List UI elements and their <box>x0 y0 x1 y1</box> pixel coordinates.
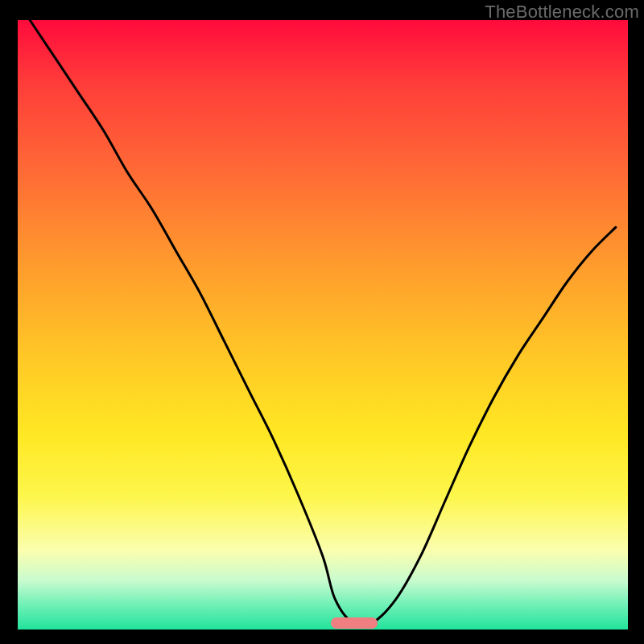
chart-root: TheBottleneck.com <box>0 0 644 644</box>
bottleneck-curve <box>0 0 644 644</box>
bottleneck-curve-path <box>30 20 616 626</box>
watermark-text: TheBottleneck.com <box>485 2 639 23</box>
optimal-marker-pill <box>331 617 378 629</box>
